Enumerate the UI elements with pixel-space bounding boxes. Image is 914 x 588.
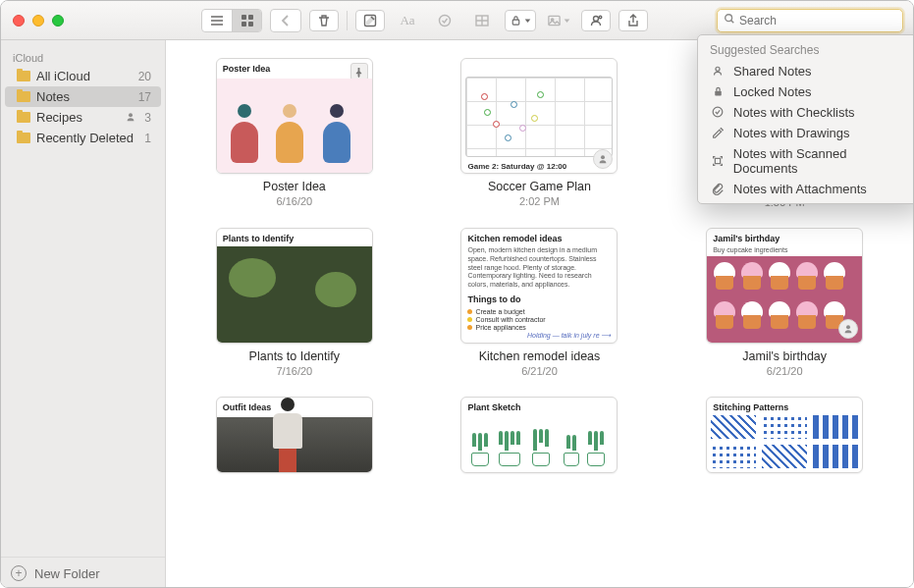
note-thumbnail: Kitchen remodel ideas Open, modern kitch…	[460, 228, 618, 344]
todo-item: Price appliances	[475, 324, 525, 331]
svg-point-25	[129, 113, 133, 117]
note-thumbnail: Game 2: Saturday @ 12:00	[460, 58, 618, 174]
note-title: Soccer Game Plan	[488, 180, 591, 193]
svg-rect-12	[512, 20, 519, 25]
sidebar-item-label: Recently Deleted	[36, 131, 138, 145]
collaborate-button[interactable]	[581, 10, 611, 31]
new-note-button[interactable]	[355, 10, 385, 31]
notes-app-window: Aa	[0, 0, 914, 588]
svg-point-27	[846, 325, 850, 329]
thumb-title: Stitching Patterns	[707, 398, 862, 415]
sidebar-item-label: All iCloud	[36, 69, 133, 83]
titlebar: Aa	[1, 1, 913, 40]
note-card-plants[interactable]: Plants to Identify Plants to Identify 7/…	[189, 228, 400, 377]
note-card-outfit[interactable]: Outfit Ideas	[189, 397, 400, 473]
suggest-shared-notes[interactable]: Shared Notes	[698, 61, 914, 81]
gallery-view-button[interactable]	[232, 10, 261, 31]
svg-line-20	[731, 21, 734, 24]
search-icon	[724, 13, 735, 27]
lock-button[interactable]	[505, 10, 536, 31]
note-card-kitchen[interactable]: Kitchen remodel ideas Open, modern kitch…	[435, 228, 645, 377]
suggest-label: Notes with Attachments	[733, 182, 867, 196]
list-view-button[interactable]	[202, 10, 232, 31]
suggest-drawings[interactable]: Notes with Drawings	[698, 123, 914, 143]
checklist-icon	[710, 105, 726, 119]
checklist-button[interactable]	[430, 10, 459, 31]
search-input[interactable]	[739, 14, 896, 27]
minimize-window-button[interactable]	[32, 15, 44, 27]
svg-rect-24	[715, 158, 720, 163]
note-caption: Jamil's birthday 6/21/20	[742, 349, 827, 377]
note-date: 7/16/20	[249, 365, 340, 377]
suggest-label: Shared Notes	[733, 64, 812, 79]
sidebar-item-count: 1	[144, 132, 151, 145]
fullscreen-window-button[interactable]	[52, 15, 64, 27]
share-button[interactable]	[618, 10, 648, 31]
note-card-poster-idea[interactable]: Poster Idea Poster Idea 6/16/20	[189, 58, 400, 208]
svg-point-17	[594, 16, 599, 21]
svg-rect-4	[248, 15, 253, 20]
plus-icon: +	[11, 565, 27, 581]
suggest-scanned[interactable]: Notes with Scanned Documents	[698, 143, 914, 179]
note-title: Jamil's birthday	[742, 349, 827, 363]
note-card-birthday[interactable]: Jamil's birthday Buy cupcake ingredients	[679, 228, 889, 377]
sidebar-item-count: 20	[138, 70, 151, 83]
suggest-checklists[interactable]: Notes with Checklists	[698, 102, 914, 123]
suggest-attachments[interactable]: Notes with Attachments	[698, 179, 914, 199]
thumb-todo-header: Things to do	[461, 293, 617, 307]
thumb-handwriting: Holding — talk in july re ⟶	[527, 332, 611, 340]
note-card-stitching[interactable]: Stitching Patterns	[679, 397, 889, 473]
svg-rect-6	[248, 22, 253, 27]
thumb-title: Plant Sketch	[461, 398, 617, 415]
svg-point-23	[713, 107, 723, 117]
suggested-searches-popover: Suggested Searches Shared Notes Locked N…	[697, 34, 914, 204]
note-card-soccer[interactable]: Game 2: Saturday @ 12:00 Soccer Game Pla…	[435, 58, 645, 208]
delete-button[interactable]	[309, 10, 339, 31]
note-thumbnail: Plants to Identify	[216, 228, 373, 344]
note-caption: Soccer Game Plan 2:02 PM	[488, 180, 591, 207]
sidebar-item-recently-deleted[interactable]: Recently Deleted 1	[5, 128, 161, 148]
folder-icon	[17, 91, 30, 102]
nav-back-group	[270, 9, 301, 32]
scan-icon	[710, 154, 726, 168]
note-title: Poster Idea	[263, 180, 326, 193]
media-button[interactable]	[544, 10, 573, 31]
back-button[interactable]	[271, 10, 300, 31]
table-button[interactable]	[467, 10, 497, 31]
note-date: 6/16/20	[263, 195, 326, 207]
window-controls	[1, 15, 76, 27]
svg-point-8	[440, 15, 451, 26]
note-card-plant-sketch[interactable]: Plant Sketch	[435, 397, 645, 473]
note-thumbnail: Outfit Ideas	[216, 397, 373, 473]
sidebar-item-recipes[interactable]: Recipes 3	[5, 107, 161, 128]
format-button[interactable]: Aa	[393, 10, 422, 31]
new-folder-button[interactable]: + New Folder	[1, 557, 165, 588]
svg-marker-13	[525, 19, 531, 23]
folder-icon	[17, 71, 30, 81]
sidebar-item-notes[interactable]: Notes 17	[5, 86, 161, 107]
sidebar-section: iCloud All iCloud 20 Notes 17 Recipes	[1, 40, 165, 148]
note-title: Kitchen remodel ideas	[479, 349, 601, 363]
search-wrap: Suggested Searches Shared Notes Locked N…	[717, 9, 903, 32]
close-window-button[interactable]	[13, 15, 25, 27]
attachment-icon	[710, 182, 726, 195]
thumb-title: Kitchen remodel ideas	[461, 229, 617, 246]
view-mode-group	[201, 9, 262, 32]
sidebar-item-label: Recipes	[36, 110, 119, 125]
sidebar-section-header: iCloud	[1, 52, 165, 66]
search-field[interactable]	[717, 9, 903, 32]
toolbar-separator	[347, 11, 348, 30]
svg-point-19	[726, 15, 732, 22]
folder-icon	[17, 112, 30, 123]
sidebar: iCloud All iCloud 20 Notes 17 Recipes	[1, 40, 166, 588]
svg-point-21	[716, 67, 720, 71]
new-folder-label: New Folder	[34, 566, 99, 581]
todo-item: Create a budget	[475, 308, 524, 315]
thumb-body: Open, modern kitchen design in a medium …	[461, 246, 617, 293]
svg-marker-16	[565, 19, 570, 23]
suggest-label: Notes with Scanned Documents	[733, 146, 912, 176]
sidebar-item-all-icloud[interactable]: All iCloud 20	[5, 66, 161, 86]
note-thumbnail: Plant Sketch	[460, 397, 618, 473]
svg-point-26	[602, 155, 606, 159]
suggest-locked-notes[interactable]: Locked Notes	[698, 81, 914, 102]
